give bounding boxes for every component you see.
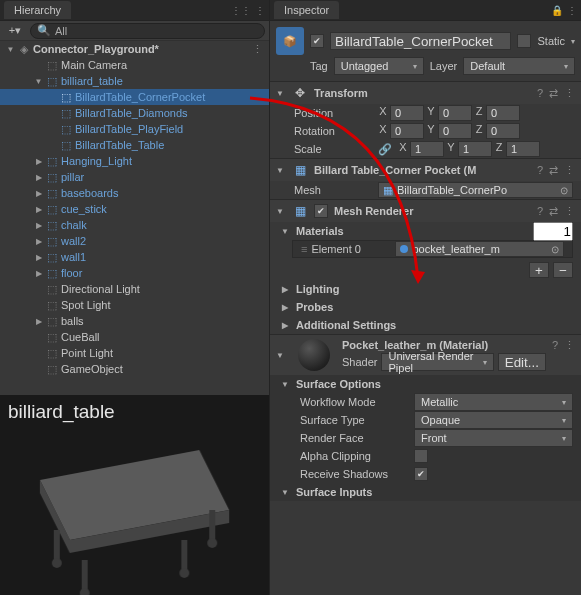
preset-icon[interactable]: ⇄ <box>549 87 558 100</box>
y-input[interactable] <box>438 123 472 139</box>
hierarchy-item[interactable]: baseboards <box>0 185 269 201</box>
menu-icon[interactable]: ⋮ <box>564 164 575 177</box>
active-checkbox[interactable] <box>310 34 324 48</box>
material-header[interactable]: ▼ Pocket_leather_m (Material) Shader Uni… <box>270 335 581 375</box>
hierarchy-item[interactable]: Directional Light <box>0 281 269 297</box>
property-dropdown[interactable]: Opaque▾ <box>414 411 573 429</box>
create-button[interactable]: +▾ <box>4 24 26 37</box>
drag-handle-icon[interactable]: ≡ <box>301 243 307 255</box>
tag-dropdown[interactable]: Untagged▾ <box>334 57 424 75</box>
transform-header[interactable]: ▼ ✥ Transform ?⇄⋮ <box>270 82 581 104</box>
property-dropdown[interactable]: Metallic▾ <box>414 393 573 411</box>
foldout-icon[interactable] <box>32 157 45 166</box>
object-picker-icon[interactable]: ⊙ <box>551 244 559 255</box>
scene-menu-icon[interactable]: ⋮ <box>252 43 263 56</box>
help-icon[interactable]: ? <box>537 205 543 218</box>
foldout-icon[interactable]: ▼ <box>276 207 286 216</box>
foldout-icon[interactable]: ▼ <box>276 351 286 360</box>
foldout-icon[interactable]: ▶ <box>280 321 290 330</box>
foldout-icon[interactable]: ▶ <box>280 303 290 312</box>
hierarchy-item[interactable]: billiard_table <box>0 73 269 89</box>
foldout-icon[interactable]: ▼ <box>276 89 286 98</box>
static-dropdown-icon[interactable]: ▾ <box>571 37 575 46</box>
hierarchy-tab[interactable]: Hierarchy <box>4 1 71 19</box>
probes-header[interactable]: ▶Probes <box>270 298 581 316</box>
link-icon[interactable]: 🔗 <box>378 143 392 156</box>
hierarchy-item[interactable]: cue_stick <box>0 201 269 217</box>
additional-header[interactable]: ▶Additional Settings <box>270 316 581 334</box>
layer-dropdown[interactable]: Default▾ <box>463 57 575 75</box>
hierarchy-search[interactable]: 🔍All <box>30 23 265 39</box>
hierarchy-item[interactable]: BillardTable_PlayField <box>0 121 269 137</box>
foldout-icon[interactable] <box>4 45 17 54</box>
foldout-icon[interactable] <box>32 205 45 214</box>
edit-shader-button[interactable]: Edit... <box>498 353 546 371</box>
x-input[interactable] <box>390 105 424 121</box>
hierarchy-item[interactable]: BillardTable_Table <box>0 137 269 153</box>
foldout-icon[interactable] <box>32 253 45 262</box>
menu-icon[interactable]: ⋮ <box>564 87 575 100</box>
mesh-objectfield[interactable]: ▦BillardTable_CornerPo⊙ <box>378 182 573 198</box>
static-checkbox[interactable] <box>517 34 531 48</box>
foldout-icon[interactable] <box>32 77 45 86</box>
meshrenderer-header[interactable]: ▼ ▦ Mesh Renderer ?⇄⋮ <box>270 200 581 222</box>
materials-header[interactable]: ▼Materials <box>270 222 581 240</box>
foldout-icon[interactable]: ▶ <box>280 285 290 294</box>
hierarchy-item[interactable]: Main Camera <box>0 57 269 73</box>
hierarchy-item[interactable]: balls <box>0 313 269 329</box>
foldout-icon[interactable] <box>32 317 45 326</box>
remove-button[interactable]: − <box>553 262 573 278</box>
lock-icon[interactable]: 🔒 <box>551 5 563 16</box>
z-input[interactable] <box>506 141 540 157</box>
material-objectfield[interactable]: pocket_leather_m⊙ <box>395 241 564 257</box>
menu-icon[interactable]: ⋮ <box>255 5 265 16</box>
z-input[interactable] <box>486 105 520 121</box>
inspector-tab[interactable]: Inspector <box>274 1 339 19</box>
gameobject-name-input[interactable] <box>330 32 511 50</box>
y-input[interactable] <box>438 105 472 121</box>
property-checkbox[interactable] <box>414 449 428 463</box>
menu-icon[interactable]: ⋮ <box>567 5 577 16</box>
hierarchy-item[interactable]: Point Light <box>0 345 269 361</box>
add-button[interactable]: + <box>529 262 549 278</box>
foldout-icon[interactable]: ▼ <box>276 166 286 175</box>
hierarchy-item[interactable]: GameObject <box>0 361 269 377</box>
foldout-icon[interactable] <box>32 269 45 278</box>
hierarchy-item[interactable]: Hanging_Light <box>0 153 269 169</box>
hierarchy-item[interactable]: floor <box>0 265 269 281</box>
meshfilter-header[interactable]: ▼ ▦ Billard Table_Corner Pocket (M ?⇄⋮ <box>270 159 581 181</box>
hierarchy-item[interactable]: BillardTable_CornerPocket <box>0 89 269 105</box>
hierarchy-item[interactable]: chalk <box>0 217 269 233</box>
scene-row[interactable]: Connector_Playground* ⋮ <box>0 41 269 57</box>
hierarchy-item[interactable]: CueBall <box>0 329 269 345</box>
menu-icon[interactable]: ⋮ <box>564 205 575 218</box>
x-input[interactable] <box>390 123 424 139</box>
x-input[interactable] <box>410 141 444 157</box>
materials-count[interactable] <box>533 222 573 241</box>
help-icon[interactable]: ? <box>552 339 558 352</box>
y-input[interactable] <box>458 141 492 157</box>
menu-icon[interactable]: ⋮ <box>564 339 575 352</box>
foldout-icon[interactable] <box>32 189 45 198</box>
preset-icon[interactable]: ⇄ <box>549 205 558 218</box>
help-icon[interactable]: ? <box>537 87 543 100</box>
lock-icon[interactable]: ⋮⋮ <box>231 5 251 16</box>
lighting-header[interactable]: ▶Lighting <box>270 280 581 298</box>
property-dropdown[interactable]: Front▾ <box>414 429 573 447</box>
hierarchy-item[interactable]: pillar <box>0 169 269 185</box>
foldout-icon[interactable] <box>32 173 45 182</box>
preset-icon[interactable]: ⇄ <box>549 164 558 177</box>
z-input[interactable] <box>486 123 520 139</box>
foldout-icon[interactable] <box>32 221 45 230</box>
foldout-icon[interactable]: ▼ <box>280 488 290 497</box>
object-picker-icon[interactable]: ⊙ <box>560 185 568 196</box>
help-icon[interactable]: ? <box>537 164 543 177</box>
hierarchy-item[interactable]: wall2 <box>0 233 269 249</box>
surfaceoptions-header[interactable]: ▼Surface Options <box>270 375 581 393</box>
enable-checkbox[interactable] <box>314 204 328 218</box>
property-checkbox[interactable] <box>414 467 428 481</box>
hierarchy-item[interactable]: BillardTable_Diamonds <box>0 105 269 121</box>
shader-dropdown[interactable]: Universal Render Pipel▾ <box>381 353 493 371</box>
foldout-icon[interactable]: ▼ <box>280 380 290 389</box>
hierarchy-item[interactable]: wall1 <box>0 249 269 265</box>
